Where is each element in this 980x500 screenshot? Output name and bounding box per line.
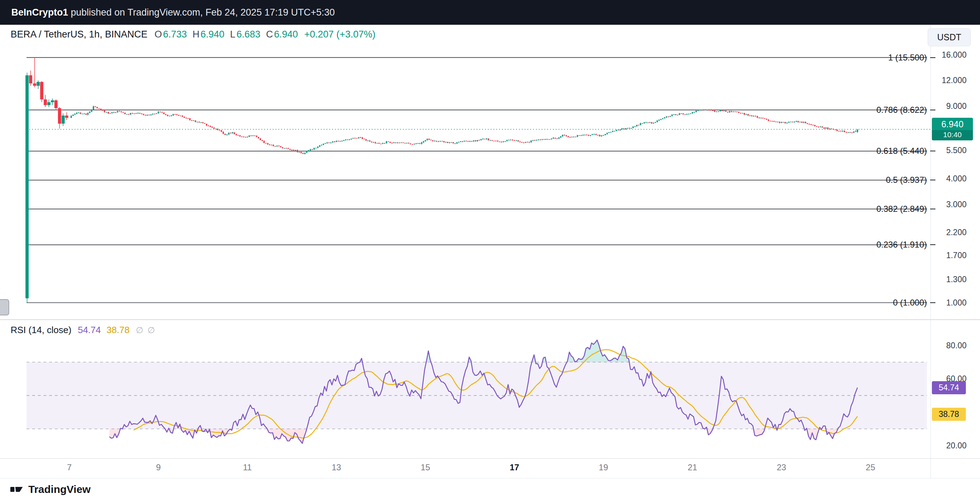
bar-countdown: 10:40 [932,130,973,140]
current-price-value: 6.940 [932,118,973,130]
tradingview-published-chart: BeInCrypto1 published on TradingView.com… [0,0,980,500]
price-axis-label: 5.500 [946,146,967,155]
fib-tick-mark [930,151,935,151]
rsi-value-badge: 54.74 [932,381,966,394]
footer-bar: TradingView [0,478,980,500]
fib-tick-mark [930,179,935,180]
tradingview-wordmark[interactable]: TradingView [28,483,91,495]
price-axis-label: 3.000 [946,200,967,209]
fib-level-label: 0.618 (5.440) [877,146,935,156]
ohlc-high: H6.940 [192,29,224,40]
close-label: C [266,29,273,40]
price-axis-label: 9.000 [946,102,967,111]
chart-area[interactable]: BERA / TetherUS, 1h, BINANCE O6.733 H6.9… [0,0,980,500]
fib-level-label: 1 (15.500) [888,52,935,63]
price-axis-label: 4.000 [946,174,967,183]
low-label: L [230,29,235,40]
tradingview-logo-icon[interactable] [10,485,25,494]
rsi-axis-label: 80.00 [946,341,967,350]
price-axis-label: 1.300 [946,275,967,284]
fib-level-label: 0.5 (3.937) [886,175,935,185]
high-label: H [192,29,199,40]
rsi-eye-off-icon[interactable]: ∅ [136,325,143,335]
fib-label-text: 0.618 (5.440) [877,146,927,156]
price-scale-separator [931,25,931,478]
open-label: O [154,29,162,40]
fib-level-label: 0.786 (8.622) [877,105,935,115]
ohlc-open: O6.733 [154,29,187,40]
ohlc-low: L6.683 [230,29,260,40]
rsi-ma-value-badge: 38.78 [932,408,966,421]
fib-tick-mark [930,209,935,210]
currency-toggle-button[interactable]: USDT [928,28,971,46]
fib-label-text: 0.382 (2.849) [877,204,927,214]
fib-tick-mark [930,110,935,110]
current-price-badge: 6.940 10:40 [932,118,973,140]
time-axis-label: 19 [598,462,608,472]
close-value: 6.940 [274,29,298,40]
fib-label-text: 0.236 (1.910) [877,240,927,250]
symbol-legend: BERA / TetherUS, 1h, BINANCE O6.733 H6.9… [11,29,375,40]
fib-label-text: 0.5 (3.937) [886,175,927,185]
symbol-title[interactable]: BERA / TetherUS, 1h, BINANCE [11,29,148,40]
high-value: 6.940 [200,29,225,40]
price-axis-label: 1.700 [946,251,967,260]
chart-canvas[interactable] [0,0,980,500]
fib-label-text: 0 (1.000) [893,297,927,308]
rsi-value: 54.74 [78,325,101,336]
fib-label-text: 1 (15.500) [888,52,927,63]
fib-tick-mark [930,244,935,245]
rsi-ma-value: 38.78 [107,325,129,336]
time-axis-separator [0,458,980,459]
price-axis-label: 1.000 [946,298,967,307]
fib-level-label: 0 (1.000) [893,297,935,308]
price-axis-label: 12.000 [942,76,967,85]
rsi-indicator-title[interactable]: RSI (14, close) [11,325,72,336]
time-axis-label: 13 [331,462,341,472]
time-axis-label: 11 [243,462,252,472]
time-axis-label: 7 [67,462,72,472]
fib-level-label: 0.236 (1.910) [877,240,935,250]
fib-tick-mark [930,57,935,58]
time-axis-label: 25 [866,462,875,472]
ohlc-close: C6.940 [266,29,298,40]
time-axis-label: 15 [421,462,430,472]
low-value: 6.683 [236,29,260,40]
fib-tick-mark [930,302,935,303]
price-axis-label: 16.000 [942,50,967,59]
fib-level-label: 0.382 (2.849) [877,204,935,214]
time-axis-label: 23 [776,462,786,472]
left-edge-cropped-icon [0,299,9,316]
rsi-legend: RSI (14, close) 54.74 38.78 ∅ ∅ [11,325,159,336]
pane-separator[interactable] [0,319,980,320]
time-axis-label: 21 [688,462,697,472]
price-axis-label: 2.200 [946,228,967,237]
fib-label-text: 0.786 (8.622) [877,105,927,115]
rsi-axis-label: 20.00 [946,441,967,450]
open-value: 6.733 [163,29,187,40]
time-axis-label: 17 [510,462,519,472]
change-value: +0.207 (+3.07%) [304,29,375,40]
time-axis-label: 9 [156,462,161,472]
rsi-eye-off-icon[interactable]: ∅ [148,325,155,335]
